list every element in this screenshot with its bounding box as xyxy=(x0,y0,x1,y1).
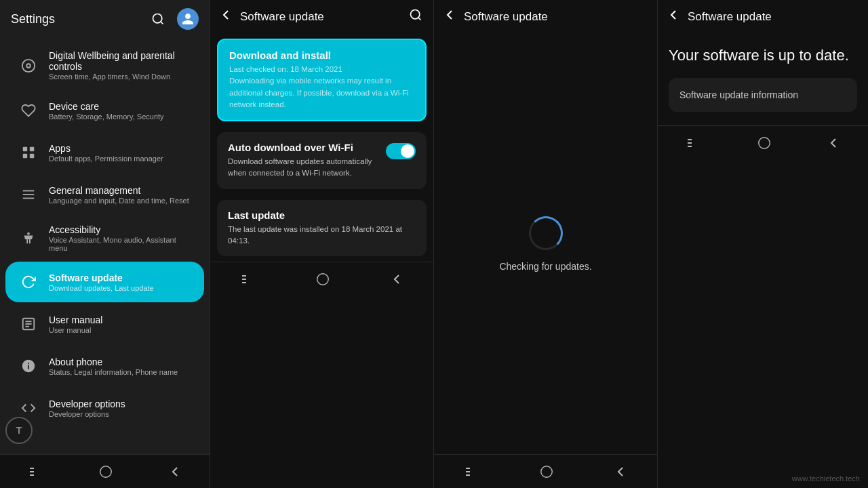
settings-title: Settings xyxy=(11,12,55,26)
svg-point-20 xyxy=(411,10,420,19)
apps-subtitle: Default apps, Permission manager xyxy=(49,155,163,163)
auto-download-toggle[interactable] xyxy=(386,143,416,159)
general-management-subtitle: Language and input, Date and time, Reset xyxy=(49,197,189,205)
svg-point-11 xyxy=(27,232,30,235)
download-install-desc: Last checked on: 18 March 2021Downloadin… xyxy=(229,64,414,110)
sidebar-item-apps[interactable]: Apps Default apps, Permission manager xyxy=(5,132,204,173)
checking-content: Checking for updates. xyxy=(434,33,657,454)
panel1-back-btn[interactable] xyxy=(170,465,181,479)
sidebar-item-device-care[interactable]: Device care Battery, Storage, Memory, Se… xyxy=(5,90,204,131)
panel4-menu-btn[interactable] xyxy=(686,138,700,148)
apps-icon xyxy=(16,140,41,165)
svg-point-33 xyxy=(759,137,770,148)
software-update-panel: Software update Download and install Las… xyxy=(210,0,434,488)
panel4-home-btn[interactable] xyxy=(757,136,772,150)
checking-text: Checking for updates. xyxy=(499,261,591,272)
about-phone-title: About phone xyxy=(49,357,178,367)
up-to-date-title: Your software is up to date. xyxy=(669,47,857,64)
digital-wellbeing-title: Digital Wellbeing and parental controls xyxy=(49,50,193,72)
panel4-back-btn[interactable] xyxy=(829,136,840,150)
sidebar-item-accessibility[interactable]: Accessibility Voice Assistant, Mono audi… xyxy=(5,216,204,260)
auto-download-card[interactable]: Auto download over Wi-Fi Download softwa… xyxy=(217,132,427,189)
general-management-title: General management xyxy=(49,185,189,196)
panel3-header: Software update xyxy=(434,0,657,33)
panel2-home-btn[interactable] xyxy=(315,272,330,287)
settings-header: Settings xyxy=(0,0,210,38)
last-update-card[interactable]: Last update The last update was installe… xyxy=(217,200,427,257)
download-install-title: Download and install xyxy=(229,49,414,61)
device-care-title: Device care xyxy=(49,101,164,112)
panel3-back-button[interactable] xyxy=(445,8,456,25)
svg-point-3 xyxy=(26,64,31,68)
sidebar-item-developer-options[interactable]: Developer options Developer options xyxy=(5,388,204,428)
panel3-back-btn[interactable] xyxy=(616,465,627,479)
auto-download-title: Auto download over Wi-Fi xyxy=(228,142,379,153)
techie-logo: T xyxy=(5,417,33,444)
svg-line-1 xyxy=(161,22,163,24)
panel2-menu-btn[interactable] xyxy=(241,274,254,285)
device-care-subtitle: Battery, Storage, Memory, Security xyxy=(49,113,164,121)
panel2-back-button[interactable] xyxy=(221,8,232,25)
svg-rect-6 xyxy=(23,154,27,158)
developer-options-subtitle: Developer options xyxy=(49,410,125,418)
info-card-title: Software update information xyxy=(679,89,798,100)
auto-download-desc: Download software updates automatically … xyxy=(228,156,379,180)
svg-point-29 xyxy=(541,466,553,477)
software-update-info-card[interactable]: Software update information xyxy=(669,78,857,112)
panel2-search-button[interactable] xyxy=(409,8,422,25)
sidebar-item-general-management[interactable]: General management Language and input, D… xyxy=(5,174,204,215)
sidebar-item-user-manual[interactable]: User manual User manual xyxy=(5,304,204,344)
download-install-card[interactable]: Download and install Last checked on: 18… xyxy=(217,39,427,121)
settings-list: Digital Wellbeing and parental controls … xyxy=(0,38,210,454)
general-management-icon xyxy=(16,182,41,207)
about-phone-icon xyxy=(16,354,41,378)
panel3-home-btn[interactable] xyxy=(539,464,554,479)
svg-point-0 xyxy=(153,14,162,23)
svg-point-25 xyxy=(317,273,329,285)
user-manual-icon xyxy=(16,312,41,336)
digital-wellbeing-icon xyxy=(16,54,41,78)
svg-rect-5 xyxy=(30,147,34,151)
developer-options-title: Developer options xyxy=(49,399,125,409)
panel3-menu-btn[interactable] xyxy=(465,466,478,477)
panel3-nav xyxy=(434,454,657,488)
panel1-nav xyxy=(0,454,210,488)
svg-point-19 xyxy=(100,466,112,477)
svg-rect-4 xyxy=(23,147,27,151)
software-update-icon xyxy=(16,270,41,294)
panel3-title: Software update xyxy=(464,10,646,24)
panel2-header: Software update xyxy=(210,0,433,33)
last-update-desc: The last update was installed on 18 Marc… xyxy=(228,224,416,247)
user-manual-title: User manual xyxy=(49,314,102,325)
device-care-icon xyxy=(16,98,41,123)
panel1-home-btn[interactable] xyxy=(98,464,113,479)
svg-point-2 xyxy=(22,59,35,71)
watermark: www.techietech.tech xyxy=(792,474,860,483)
panel4-nav xyxy=(658,125,868,159)
checking-updates-panel: Software update Checking for updates. xyxy=(434,0,658,488)
header-icons xyxy=(147,8,199,30)
accessibility-subtitle: Voice Assistant, Mono audio, Assistant m… xyxy=(49,236,193,252)
up-to-date-panel: Software update Your software is up to d… xyxy=(658,0,868,488)
search-icon[interactable] xyxy=(147,8,169,30)
panel4-back-button[interactable] xyxy=(669,8,679,25)
panel2-title: Software update xyxy=(240,10,409,24)
about-phone-subtitle: Status, Legal information, Phone name xyxy=(49,368,178,376)
panel2-back-btn[interactable] xyxy=(392,272,403,286)
sidebar-item-digital-wellbeing[interactable]: Digital Wellbeing and parental controls … xyxy=(5,42,204,89)
accessibility-icon xyxy=(16,226,41,251)
svg-line-21 xyxy=(418,18,421,20)
sidebar-item-software-update[interactable]: Software update Download updates, Last u… xyxy=(5,262,204,302)
panel1-menu-btn[interactable] xyxy=(28,466,42,477)
settings-panel: Settings xyxy=(0,0,210,488)
panel4-header: Software update xyxy=(658,0,868,33)
user-manual-subtitle: User manual xyxy=(49,326,102,334)
sidebar-item-about-phone[interactable]: About phone Status, Legal information, P… xyxy=(5,346,204,386)
loading-spinner xyxy=(529,216,563,250)
last-update-title: Last update xyxy=(228,209,416,221)
user-avatar[interactable] xyxy=(177,8,199,30)
panel2-nav xyxy=(210,262,433,296)
panel4-title: Software update xyxy=(688,10,857,24)
apps-title: Apps xyxy=(49,143,163,154)
svg-rect-7 xyxy=(30,154,34,158)
